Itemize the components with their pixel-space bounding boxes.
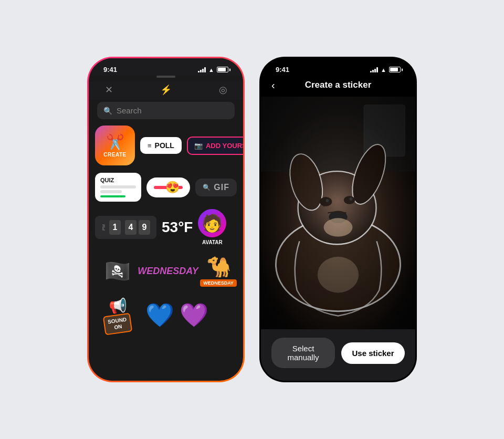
blue-heart-sticker-button[interactable]: 💙	[145, 301, 174, 329]
quiz-progress	[100, 195, 125, 197]
avatar-sticker-button[interactable]: 🧑 AVATAR	[198, 209, 226, 245]
close-icon[interactable]: ✕	[101, 84, 116, 96]
temperature-label: 53°F	[162, 219, 193, 235]
gif-sticker-button[interactable]: 🔍 GIF	[195, 179, 237, 196]
countdown-digit-2: 4	[125, 220, 136, 235]
status-icons-phone2: ▲	[370, 67, 401, 73]
create-sticker-button[interactable]: ✂️ CREATE	[95, 126, 135, 165]
countdown-digit-3: 9	[139, 220, 150, 235]
pirate-hat-sticker-button[interactable]: 🏴‍☠️	[95, 253, 140, 289]
quiz-label: QUIZ	[100, 177, 136, 183]
wednesday-text-label: WEDNESDAY	[138, 266, 198, 277]
camel-emoji: 🐪	[206, 255, 231, 278]
time-phone2: 9:41	[276, 66, 289, 74]
slider-emoji: 😍	[165, 181, 180, 194]
purple-heart-sticker-button[interactable]: 💜	[180, 301, 208, 329]
quiz-line-1	[100, 185, 136, 189]
dog-photo-background	[261, 97, 415, 329]
quiz-line-2	[100, 190, 122, 193]
emoji-slider-sticker-button[interactable]: 😍	[146, 177, 190, 197]
sticker-row-2: QUIZ 😍 🔍 GIF	[95, 173, 237, 202]
avatar-circle: 🧑	[198, 209, 226, 237]
time-phone1: 9:41	[103, 66, 117, 74]
sticker-row-3: PM 1 4 9 53°F 🧑 AVATAR	[95, 209, 237, 245]
sticker-grid: ✂️ CREATE ≡ POLL 📷 ADD YOURS QUIZ	[89, 126, 243, 381]
select-manually-button[interactable]: Select manually	[271, 338, 335, 368]
avatar-label: AVATAR	[202, 239, 223, 245]
avatar-emoji: 🧑	[202, 213, 223, 233]
poll-label: POLL	[155, 141, 174, 150]
flash-icon[interactable]: ⚡	[159, 84, 173, 96]
settings-icon[interactable]: ◎	[216, 84, 230, 96]
countdown-sticker-button[interactable]: PM 1 4 9	[95, 216, 156, 239]
camel-wednesday-sticker-button[interactable]: 🐪 WEDNESDAY	[196, 253, 241, 289]
sound-on-sticker-button[interactable]: 📢 SOUNDON	[95, 297, 140, 333]
scissors-icon: ✂️	[106, 133, 124, 151]
speaker-emoji: 📢	[109, 297, 127, 315]
bottom-buttons: Select manually Use sticker	[261, 329, 415, 381]
search-placeholder: Search	[117, 106, 142, 115]
poll-sticker-button[interactable]: ≡ POLL	[140, 137, 182, 154]
slider-track: 😍	[154, 186, 183, 189]
sticker-row-1: ✂️ CREATE ≡ POLL 📷 ADD YOURS	[95, 126, 237, 165]
signal-icon	[198, 67, 206, 72]
header-title: Create a sticker	[305, 80, 372, 90]
nav-bar-phone1: ✕ ⚡ ◎	[89, 82, 243, 100]
phone-2: 9:41 ▲ ‹ Create a sticker	[259, 57, 417, 382]
create-label: CREATE	[103, 152, 126, 158]
search-bar[interactable]: 🔍 Search	[97, 102, 235, 119]
gif-label: GIF	[214, 183, 229, 192]
blue-heart-emoji: 💙	[145, 302, 174, 328]
status-icons-phone1: ▲	[198, 67, 228, 73]
temperature-sticker-button[interactable]: 53°F	[162, 219, 193, 236]
gif-search-icon: 🔍	[203, 184, 211, 191]
sticker-preview-area	[261, 97, 415, 329]
dog-glow-overlay	[261, 97, 415, 329]
wifi-icon-2: ▲	[381, 67, 386, 73]
wednesday-text-sticker-button[interactable]: WEDNESDAY	[145, 253, 191, 289]
countdown-digit-1: 1	[109, 220, 121, 235]
wifi-icon: ▲	[208, 67, 214, 73]
create-sticker-header: ‹ Create a sticker	[261, 76, 415, 97]
camera-icon: 📷	[194, 142, 203, 150]
sticker-row-4: 🏴‍☠️ WEDNESDAY 🐪 WEDNESDAY	[95, 253, 237, 289]
status-bar-phone2: 9:41 ▲	[261, 58, 415, 76]
camel-wednesday-label: WEDNESDAY	[200, 279, 237, 287]
poll-icon: ≡	[148, 142, 152, 150]
purple-heart-emoji: 💜	[180, 302, 208, 328]
battery-icon-2	[389, 67, 401, 72]
sound-on-label: SOUNDON	[103, 312, 133, 335]
phone-1: 9:41 ▲ ✕ ⚡ ◎ 🔍 Search	[87, 57, 245, 382]
sheet-handle	[156, 76, 175, 78]
search-icon: 🔍	[103, 107, 112, 115]
battery-icon	[217, 67, 228, 72]
add-yours-label: ADD YOURS	[206, 142, 243, 150]
sticker-row-5: 📢 SOUNDON 💙 💜	[95, 297, 237, 333]
quiz-sticker-button[interactable]: QUIZ	[95, 173, 141, 202]
phones-container: 9:41 ▲ ✕ ⚡ ◎ 🔍 Search	[87, 57, 417, 382]
countdown-pm-label: PM	[101, 224, 106, 231]
signal-icon-2	[370, 67, 378, 72]
back-button[interactable]: ‹	[271, 79, 275, 91]
status-bar-phone1: 9:41 ▲	[89, 58, 243, 76]
add-yours-sticker-button[interactable]: 📷 ADD YOURS	[187, 137, 243, 155]
use-sticker-button[interactable]: Use sticker	[341, 342, 405, 364]
